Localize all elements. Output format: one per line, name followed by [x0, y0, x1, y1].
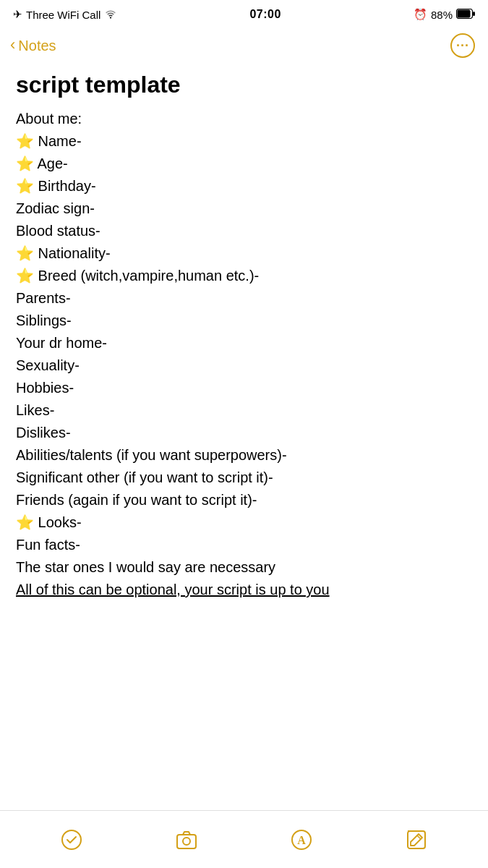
- line-optional-note: All of this can be optional, your script…: [16, 579, 472, 601]
- svg-text:A: A: [297, 834, 306, 846]
- note-body[interactable]: About me: ⭐ Name- ⭐ Age- ⭐ Birthday- Zod…: [16, 108, 472, 601]
- line-breed: ⭐ Breed (witch,vampire,human etc.)-: [16, 265, 472, 287]
- camera-button[interactable]: [175, 828, 198, 851]
- line-star-note: The star ones I would say are necessary: [16, 556, 472, 579]
- note-title: script template: [16, 72, 472, 98]
- line-parents: Parents-: [16, 287, 472, 310]
- status-left: ✈ Three WiFi Call: [13, 8, 117, 21]
- line-looks: ⭐ Looks-: [16, 511, 472, 534]
- line-abilities: Abilities/talents (if you want superpowe…: [16, 444, 472, 467]
- status-right: ⏰ 88%: [414, 8, 475, 21]
- line-fun-facts: Fun facts-: [16, 534, 472, 556]
- optional-note-text: All of this can be optional, your script…: [16, 582, 330, 597]
- line-name: ⭐ Name-: [16, 130, 472, 153]
- checklist-button[interactable]: [60, 828, 83, 851]
- nav-bar: ‹ Notes ···: [0, 27, 488, 65]
- line-likes: Likes-: [16, 399, 472, 422]
- line-significant-other: Significant other (if you want to script…: [16, 467, 472, 489]
- line-drhome: Your dr home-: [16, 332, 472, 354]
- wifi-icon: [104, 9, 117, 21]
- line-about: About me:: [16, 108, 472, 130]
- time-display: 07:00: [249, 8, 281, 21]
- line-sexuality: Sexuality-: [16, 354, 472, 377]
- back-button[interactable]: ‹ Notes: [10, 37, 56, 54]
- edit-button[interactable]: [405, 828, 428, 851]
- airplane-icon: ✈: [13, 8, 22, 21]
- line-siblings: Siblings-: [16, 310, 472, 332]
- bottom-toolbar: A: [0, 810, 488, 868]
- alarm-icon: ⏰: [414, 8, 427, 21]
- ellipsis-icon: ···: [456, 38, 469, 54]
- line-blood: Blood status-: [16, 220, 472, 242]
- line-age: ⭐ Age-: [16, 153, 472, 175]
- more-button[interactable]: ···: [450, 33, 475, 58]
- note-content: script template About me: ⭐ Name- ⭐ Age-…: [0, 65, 488, 616]
- status-bar: ✈ Three WiFi Call 07:00 ⏰ 88%: [0, 0, 488, 27]
- back-label: Notes: [18, 38, 56, 54]
- battery-icon: [456, 9, 475, 21]
- svg-rect-1: [473, 12, 475, 16]
- line-nationality: ⭐ Nationality-: [16, 242, 472, 265]
- carrier-name: Three WiFi Call: [26, 9, 100, 21]
- line-hobbies: Hobbies-: [16, 377, 472, 399]
- svg-rect-2: [458, 9, 471, 17]
- line-friends: Friends (again if you want to script it)…: [16, 489, 472, 511]
- compose-button[interactable]: A: [290, 828, 313, 851]
- svg-rect-4: [177, 835, 196, 848]
- svg-point-5: [183, 838, 190, 845]
- line-zodiac: Zodiac sign-: [16, 197, 472, 220]
- chevron-left-icon: ‹: [10, 35, 15, 54]
- battery-percent: 88%: [431, 9, 453, 21]
- line-birthday: ⭐ Birthday-: [16, 175, 472, 197]
- svg-point-3: [62, 830, 81, 849]
- line-dislikes: Dislikes-: [16, 422, 472, 444]
